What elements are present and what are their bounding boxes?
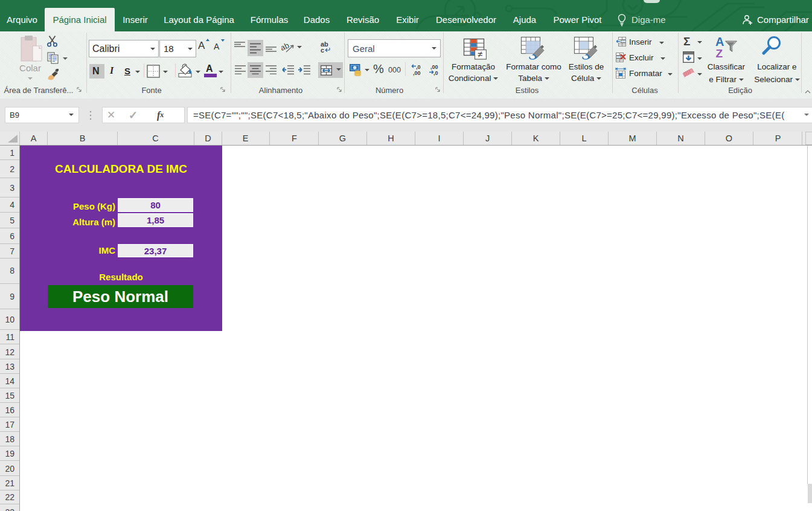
svg-text:,0: ,0 [433,70,438,76]
svg-text:≠: ≠ [478,49,482,59]
svg-text:c: c [321,47,324,53]
svg-text:,00: ,00 [413,70,421,76]
svg-text:,0: ,0 [416,64,421,70]
svg-text:ab: ab [281,42,290,53]
svg-text:Z: Z [716,47,723,60]
svg-text:,00: ,00 [430,64,438,70]
